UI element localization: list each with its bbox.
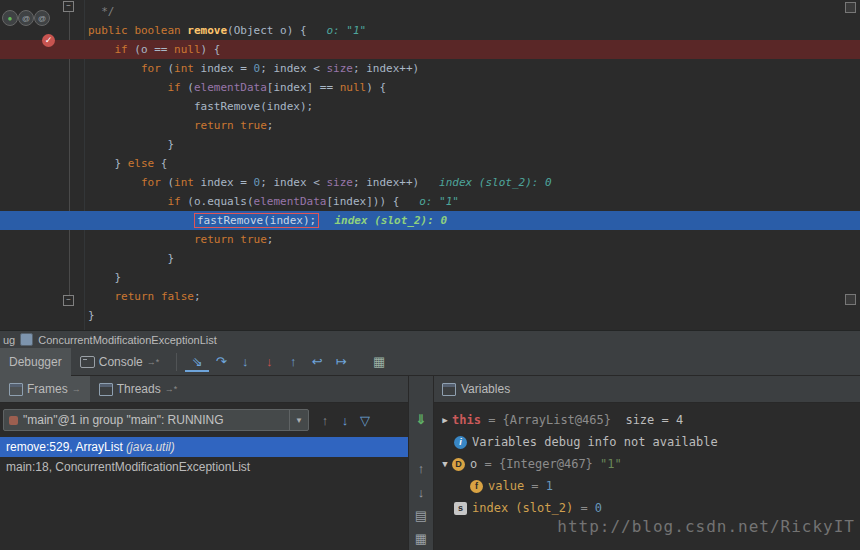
thread-combo[interactable]: "main"@1 in group "main": RUNNING ▼ <box>3 409 309 431</box>
threads-tab-icon <box>99 383 113 396</box>
code-line: public boolean remove(Object o) { o: "1" <box>0 21 860 40</box>
info-icon: i <box>454 436 467 449</box>
tab-console-suffix: →* <box>147 357 160 367</box>
combo-dropdown-arrow[interactable]: ▼ <box>289 410 308 430</box>
tab-debugger[interactable]: Debugger <box>0 348 71 376</box>
debug-side-toolbar: ⇓↑↓▤▦ <box>408 376 434 550</box>
token <box>88 290 115 303</box>
frames-list: remove:529, ArrayList (java.util)main:18… <box>0 437 408 477</box>
variable-row[interactable]: sindex (slot_2) = 0 <box>434 497 860 519</box>
copy-stack-icon[interactable]: ▤ <box>409 504 433 527</box>
token: ; <box>267 119 274 132</box>
chevron-right-icon[interactable]: ▶ <box>438 415 452 425</box>
frame-row[interactable]: main:18, ConcurrentModificationException… <box>0 457 408 477</box>
step-over-icon[interactable]: ↷ <box>209 351 233 373</box>
tab-frames[interactable]: Frames → <box>0 376 90 402</box>
frame-text: main:18, ConcurrentModificationException… <box>6 460 250 474</box>
tab-console[interactable]: Console →* <box>71 348 169 376</box>
token: } <box>88 157 128 170</box>
frame-text: (java.util) <box>126 440 175 454</box>
token <box>88 195 167 208</box>
token: int <box>174 62 194 75</box>
variable-row[interactable]: ▼Do = {Integer@467} "1" <box>434 453 860 475</box>
frames-pane-header: Frames → Threads →* <box>0 376 408 403</box>
token: else <box>128 157 155 170</box>
next-frame-icon[interactable]: ↓ <box>335 410 355 430</box>
filter-frames-icon[interactable]: ▽ <box>355 410 375 430</box>
run-config-icon <box>20 333 33 346</box>
token <box>88 233 194 246</box>
token: elementData <box>194 81 267 94</box>
step-into-icon[interactable]: ↓ <box>233 351 257 373</box>
token <box>154 290 161 303</box>
variable-text: value <box>488 479 524 493</box>
restore-layout-icon[interactable]: ▦ <box>367 351 391 373</box>
force-step-into-icon[interactable]: ↓ <box>257 351 281 373</box>
parameter-icon: D <box>452 458 465 471</box>
token: public <box>88 24 128 37</box>
step-out-icon[interactable]: ↑ <box>281 351 305 373</box>
token <box>88 176 141 189</box>
code-line: return true; <box>0 230 860 249</box>
token: boolean <box>134 24 180 37</box>
tab-threads-suffix: →* <box>165 384 178 394</box>
token: ; index < <box>260 176 326 189</box>
token: [index] == <box>267 81 340 94</box>
run-config-title: ConcurrentModificationExceptionList <box>38 334 217 346</box>
token: ( <box>181 81 194 94</box>
variable-row[interactable]: ▶this = {ArrayList@465} size = 4 <box>434 409 860 431</box>
down-arrow-icon[interactable]: ↓ <box>409 480 433 503</box>
variable-row[interactable]: iVariables debug info not available <box>434 431 860 453</box>
token: size <box>326 176 353 189</box>
variable-text: 1 <box>546 479 553 493</box>
token: ( <box>161 62 174 75</box>
token: ) { <box>366 81 386 94</box>
annotation-icon[interactable]: @ <box>18 10 34 26</box>
drop-frame-icon[interactable]: ↩ <box>305 351 329 373</box>
step-toolbar: ⇘↷↓↓↑↩↦ <box>185 351 353 373</box>
run-overlay-icon[interactable]: ● <box>2 10 18 26</box>
variable-text: 0 <box>595 501 602 515</box>
fold-collapse-icon[interactable]: − <box>63 1 74 12</box>
code-line: if (o == null) { <box>0 40 860 59</box>
token: for <box>141 62 161 75</box>
settings-icon[interactable]: ▦ <box>409 527 433 550</box>
token: fastRemove(index); <box>194 213 319 228</box>
chevron-down-icon[interactable]: ▼ <box>438 459 452 469</box>
token: return <box>115 290 155 303</box>
up-arrow-icon[interactable]: ↑ <box>409 457 433 480</box>
tab-threads[interactable]: Threads →* <box>90 376 187 402</box>
breakpoint-icon[interactable]: ✓ <box>42 34 55 47</box>
code-line: } <box>0 306 860 325</box>
run-to-cursor-icon[interactable]: ↦ <box>329 351 353 373</box>
ide-window: */public boolean remove(Object o) { o: "… <box>0 0 860 550</box>
fold-end-icon[interactable]: − <box>63 295 74 306</box>
tab-debugger-label: Debugger <box>9 355 62 369</box>
code-line: } else { <box>0 154 860 173</box>
variable-text: index (slot_2) <box>472 501 573 515</box>
token: ; <box>194 290 201 303</box>
green-down-arrow-icon[interactable]: ⇓ <box>409 408 433 431</box>
token: (Object o) { <box>227 24 306 37</box>
code-line: for (int index = 0; index < size; index+… <box>0 59 860 78</box>
code-editor[interactable]: */public boolean remove(Object o) { o: "… <box>0 0 860 330</box>
field-icon: f <box>470 480 483 493</box>
slot-icon: s <box>454 502 467 515</box>
token <box>88 62 141 75</box>
code-area[interactable]: */public boolean remove(Object o) { o: "… <box>0 2 860 325</box>
annotation-icon[interactable]: @ <box>34 10 50 26</box>
variable-text: Variables debug info not available <box>472 435 718 449</box>
variables-header-icon <box>442 383 456 396</box>
token: ; index++) <box>353 62 419 75</box>
show-execution-point-icon[interactable]: ⇘ <box>185 354 209 372</box>
prev-frame-icon[interactable]: ↑ <box>315 410 335 430</box>
token: if <box>167 81 180 94</box>
code-line: return true; <box>0 116 860 135</box>
frame-text: remove:529, ArrayList <box>6 440 126 454</box>
tab-threads-label: Threads <box>117 382 161 396</box>
token <box>88 214 194 227</box>
code-line: return false; <box>0 287 860 306</box>
variable-row[interactable]: fvalue = 1 <box>434 475 860 497</box>
variables-tree: ▶this = {ArrayList@465} size = 4iVariabl… <box>434 403 860 519</box>
frame-row[interactable]: remove:529, ArrayList (java.util) <box>0 437 408 457</box>
